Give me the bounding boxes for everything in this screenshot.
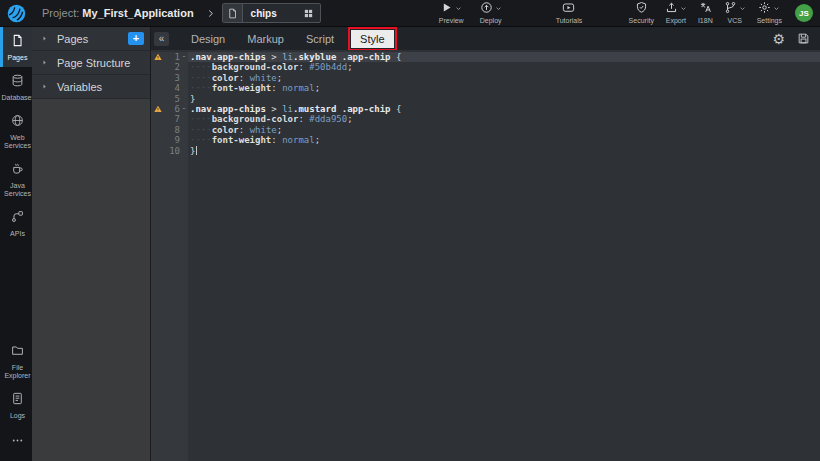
code-line[interactable]: } [188, 146, 820, 156]
code-token: ; [315, 135, 320, 145]
user-avatar[interactable]: JS [795, 4, 813, 22]
gutter-row: 8 [151, 125, 188, 135]
line-number: 4 [164, 83, 180, 93]
sidebar-item-databases[interactable]: Databases [0, 67, 32, 107]
chevron-down-icon [739, 5, 746, 12]
security-button[interactable]: Security [629, 2, 654, 24]
sidebar-item-web-services[interactable]: Web Services [0, 107, 32, 155]
top-bar: Project: My_First_Application chips Prev… [0, 0, 820, 27]
tab-script[interactable]: Script [295, 29, 345, 49]
gutter-row: 3 [151, 73, 188, 83]
deploy-button[interactable]: Deploy [480, 2, 502, 24]
sidebar-item-java-services[interactable]: Java Services [0, 155, 32, 203]
ellipsis-icon [11, 433, 24, 451]
grid-icon[interactable] [303, 8, 320, 19]
export-icon [665, 0, 678, 18]
panel-section-page-structure[interactable]: Page Structure [32, 51, 150, 75]
chevron-down-icon [495, 5, 502, 12]
code-line[interactable]: ····font-weight: normal; [188, 135, 820, 145]
i18n-button[interactable]: I18N [698, 2, 713, 24]
sidebar-item-apis[interactable]: APIs [0, 203, 32, 243]
settings-button[interactable]: Settings [757, 2, 782, 24]
code-token: > [266, 104, 282, 114]
code-token: .app-chip [342, 52, 391, 62]
code-line[interactable]: ····color: white; [188, 125, 820, 135]
editor-code-lines: .nav.app-chips > li.skyblue .app-chip {·… [188, 52, 820, 461]
save-icon[interactable] [797, 32, 810, 45]
code-token: ; [315, 83, 320, 93]
branch-icon [724, 0, 737, 18]
chevron-down-icon [773, 5, 780, 12]
code-line[interactable]: .nav.app-chips > li.skyblue .app-chip { [188, 52, 820, 62]
project-breadcrumb: Project: My_First_Application [42, 7, 194, 19]
code-line[interactable]: .nav.app-chips > li.mustard .app-chip { [188, 104, 820, 114]
code-line[interactable]: ····font-weight: normal; [188, 83, 820, 93]
sidebar-item-file-explorer[interactable]: File Explorer [0, 337, 32, 385]
sidebar-more-button[interactable] [0, 425, 32, 461]
video-icon [562, 0, 575, 18]
caret-right-icon [41, 35, 48, 42]
code-line[interactable]: ····background-color: #dda950; [188, 114, 820, 124]
vcs-button[interactable]: VCS [724, 2, 746, 24]
sidebar-item-label: APIs [2, 230, 34, 238]
action-label: Security [629, 17, 654, 24]
code-token: } [190, 146, 195, 156]
sidebar-item-pages[interactable]: Pages [0, 27, 32, 67]
code-token: white [250, 73, 277, 83]
code-token: ···· [190, 83, 212, 93]
app-logo[interactable] [0, 0, 32, 27]
code-token: { [391, 52, 402, 62]
action-label: VCS [728, 17, 742, 24]
sidebar-item-logs[interactable]: Logs [0, 385, 32, 425]
code-token: ···· [190, 114, 212, 124]
panel-section-variables[interactable]: Variables [32, 75, 150, 99]
line-number: 2 [164, 62, 180, 72]
tutorials-button[interactable]: Tutorials [556, 2, 583, 24]
code-token: : [298, 62, 309, 72]
panel-section-label: Variables [57, 81, 102, 93]
code-token: color [212, 125, 239, 135]
code-token: : [239, 73, 250, 83]
action-label: Export [666, 17, 686, 24]
tab-design[interactable]: Design [180, 29, 236, 49]
caret-right-icon [41, 83, 48, 90]
code-token: ···· [190, 73, 212, 83]
collapse-panel-button[interactable]: « [154, 32, 169, 46]
gutter-row: 5 [151, 94, 188, 104]
pages-panel: Pages+Page StructureVariables [32, 27, 151, 461]
line-number: 5 [164, 94, 180, 104]
line-number: 3 [164, 73, 180, 83]
open-page-tab[interactable]: chips [222, 3, 321, 23]
tab-style[interactable]: Style [351, 30, 393, 48]
tab-markup[interactable]: Markup [236, 29, 295, 49]
sidebar-item-label: Databases [2, 94, 34, 102]
code-line[interactable]: ····color: white; [188, 73, 820, 83]
text-cursor [196, 146, 197, 155]
code-token: ···· [190, 125, 212, 135]
preview-button[interactable]: Preview [439, 2, 464, 24]
code-token: normal [282, 83, 315, 93]
page-icon [11, 33, 24, 51]
code-line[interactable]: ····background-color: #50b4dd; [188, 62, 820, 72]
code-token: ; [277, 125, 282, 135]
style-code-editor[interactable]: 1-23456-78910 .nav.app-chips > li.skyblu… [151, 50, 820, 461]
add-page-button[interactable]: + [128, 32, 144, 45]
database-icon [11, 73, 24, 91]
line-number: 8 [164, 125, 180, 135]
gutter-row: 7 [151, 114, 188, 124]
panel-section-pages[interactable]: Pages+ [32, 27, 150, 51]
code-token: .nav.app-chips [190, 52, 266, 62]
editor-gutter: 1-23456-78910 [151, 52, 188, 461]
fold-marker[interactable]: - [180, 52, 188, 62]
action-label: Tutorials [556, 17, 583, 24]
export-button[interactable]: Export [665, 2, 687, 24]
style-settings-gear-icon[interactable]: ⚙ [772, 32, 785, 46]
globe-icon [11, 113, 24, 131]
project-name: My_First_Application [82, 7, 193, 19]
code-token: normal [282, 135, 315, 145]
open-page-name: chips [243, 8, 303, 19]
chevron-down-icon [680, 5, 687, 12]
code-token: : [271, 83, 282, 93]
fold-marker[interactable]: - [180, 104, 188, 114]
code-line[interactable]: } [188, 94, 820, 104]
